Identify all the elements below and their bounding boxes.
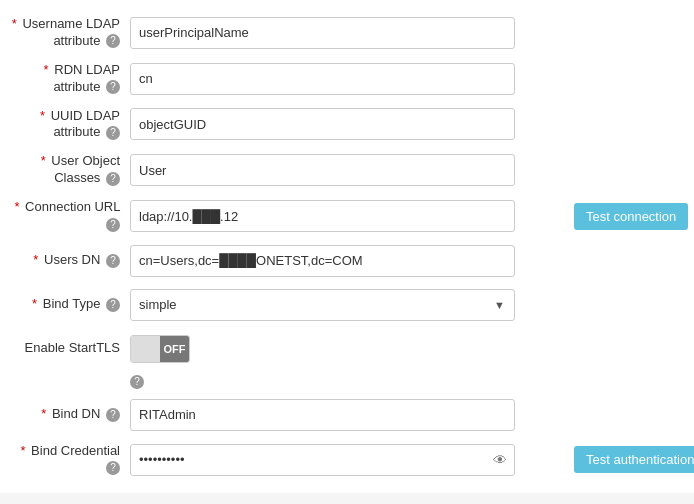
users-dn-row: * Users DN ? (0, 239, 694, 283)
bind-type-label: * Bind Type ? (10, 296, 130, 313)
required-marker-bdn: * (41, 406, 46, 421)
required-marker-uoc: * (41, 153, 46, 168)
user-object-help-icon[interactable]: ? (106, 172, 120, 186)
uuid-ldap-help-icon[interactable]: ? (106, 126, 120, 140)
uuid-ldap-input-col (130, 108, 684, 140)
user-object-row: * User Object Classes ? (0, 147, 694, 193)
test-auth-col: Test authentication (564, 446, 684, 473)
bind-dn-input-col (130, 399, 684, 431)
users-dn-input[interactable] (130, 245, 515, 277)
test-connection-col: Test connection (564, 203, 684, 230)
starttls-help-icon[interactable]: ? (130, 375, 144, 389)
connection-url-row: * Connection URL ? Test connection (0, 193, 694, 239)
connection-url-input[interactable] (130, 200, 515, 232)
bind-credential-input-col: 👁 (130, 444, 564, 476)
required-marker-bc: * (20, 443, 25, 458)
starttls-help-row: ? (0, 371, 694, 393)
users-dn-help-icon[interactable]: ? (106, 254, 120, 268)
starttls-help-spacer (10, 373, 130, 389)
bind-dn-label: * Bind DN ? (10, 406, 130, 423)
test-connection-button[interactable]: Test connection (574, 203, 688, 230)
toggle-on-side (131, 336, 160, 362)
enable-starttls-label: Enable StartTLS (10, 340, 130, 357)
bind-type-help-icon[interactable]: ? (106, 298, 120, 312)
bind-credential-row: * Bind Credential ? 👁 Test authenticatio… (0, 437, 694, 483)
rdn-ldap-help-icon[interactable]: ? (106, 80, 120, 94)
bind-credential-label: * Bind Credential ? (10, 443, 130, 477)
enable-starttls-input-col: OFF (130, 335, 684, 363)
username-ldap-row: * Username LDAP attribute ? (0, 10, 694, 56)
bind-dn-help-icon[interactable]: ? (106, 408, 120, 422)
uuid-ldap-label: * UUID LDAP attribute ? (10, 108, 130, 142)
bind-type-select[interactable]: simple anonymous none (130, 289, 515, 321)
bind-type-row: * Bind Type ? simple anonymous none (0, 283, 694, 327)
ldap-settings-form: * Username LDAP attribute ? * RDN LDAP a… (0, 0, 694, 493)
required-marker-url: * (14, 199, 19, 214)
rdn-ldap-row: * RDN LDAP attribute ? (0, 56, 694, 102)
show-password-icon[interactable]: 👁 (493, 452, 507, 468)
enable-starttls-row: Enable StartTLS OFF (0, 327, 694, 371)
bind-type-input-col: simple anonymous none (130, 289, 684, 321)
rdn-ldap-input-col (130, 63, 684, 95)
required-marker-bt: * (32, 296, 37, 311)
required-marker-rdn: * (44, 62, 49, 77)
user-object-label: * User Object Classes ? (10, 153, 130, 187)
required-marker: * (12, 16, 17, 31)
starttls-help-col: ? (130, 373, 684, 389)
connection-url-label: * Connection URL ? (10, 199, 130, 233)
connection-url-input-col (130, 200, 564, 232)
username-ldap-label: * Username LDAP attribute ? (10, 16, 130, 50)
username-ldap-help-icon[interactable]: ? (106, 34, 120, 48)
test-authentication-button[interactable]: Test authentication (574, 446, 694, 473)
username-ldap-input[interactable] (130, 17, 515, 49)
username-ldap-input-col (130, 17, 684, 49)
user-object-input[interactable] (130, 154, 515, 186)
required-marker-dn: * (33, 252, 38, 267)
bind-type-select-wrapper: simple anonymous none (130, 289, 515, 321)
starttls-toggle-btn[interactable]: OFF (130, 335, 190, 363)
connection-url-help-icon[interactable]: ? (106, 218, 120, 232)
bind-credential-input[interactable] (130, 444, 515, 476)
rdn-ldap-input[interactable] (130, 63, 515, 95)
users-dn-input-col (130, 245, 684, 277)
uuid-ldap-row: * UUID LDAP attribute ? (0, 102, 694, 148)
toggle-off-side: OFF (160, 336, 189, 362)
starttls-toggle[interactable]: OFF (130, 335, 684, 363)
bind-dn-row: * Bind DN ? (0, 393, 694, 437)
user-object-input-col (130, 154, 684, 186)
bind-credential-help-icon[interactable]: ? (106, 461, 120, 475)
users-dn-label: * Users DN ? (10, 252, 130, 269)
bind-credential-password-wrapper: 👁 (130, 444, 515, 476)
required-marker-uuid: * (40, 108, 45, 123)
uuid-ldap-input[interactable] (130, 108, 515, 140)
bind-dn-input[interactable] (130, 399, 515, 431)
rdn-ldap-label: * RDN LDAP attribute ? (10, 62, 130, 96)
